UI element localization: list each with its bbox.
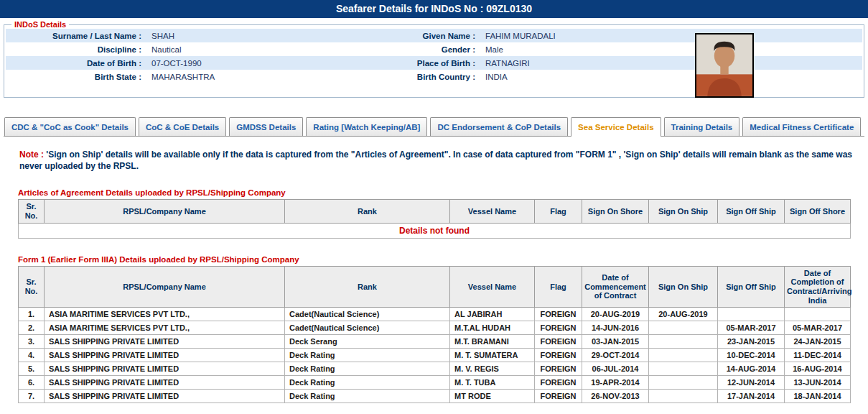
table-cell: 2. <box>19 321 45 335</box>
details-not-found-message: Details not found <box>19 223 851 238</box>
table-cell: M.T. BRAMANI <box>450 335 535 349</box>
table-row: 1.ASIA MARITIME SERVICES PVT LTD.,Cadet(… <box>19 308 851 321</box>
date-of-birth-value: 07-OCT-1990 <box>146 56 314 70</box>
table-cell: 12-JUN-2014 <box>718 376 785 390</box>
table-row: 2.ASIA MARITIME SERVICES PVT LTD.,Cadet(… <box>19 321 851 335</box>
table-cell: 20-AUG-2019 <box>649 308 718 321</box>
tab-rating-watch-keeping[interactable]: Rating [Watch Keeping/AB] <box>306 117 427 136</box>
gender-label: Gender : <box>314 42 480 56</box>
table-cell: 05-MAR-2017 <box>785 321 851 335</box>
column-header: Rank <box>285 266 450 308</box>
table-cell: FOREIGN <box>535 390 582 403</box>
table-cell: M. T. TUBA <box>450 376 535 390</box>
table-cell: 1. <box>19 308 45 321</box>
table-cell <box>649 362 718 376</box>
place-of-birth-label: Place of Birth : <box>314 56 480 70</box>
table-cell: Deck Rating <box>285 349 450 362</box>
table-cell: 6. <box>19 376 45 390</box>
table-cell: Cadet(Nautical Science) <box>285 308 450 321</box>
birth-country-value: INDIA <box>480 70 862 83</box>
articles-header-row: Sr. No.RPSL/Company NameRankVessel NameF… <box>19 200 851 223</box>
indos-details-legend: INDoS Details <box>11 20 69 29</box>
table-cell: 4. <box>19 349 45 362</box>
column-header: Date of Completion of Contract/Arriving … <box>785 266 851 308</box>
tab-coc-coe[interactable]: CoC & CoE Details <box>139 117 226 136</box>
table-cell: SALS SHIPPING PRIVATE LIMITED <box>45 349 285 362</box>
table-cell: SALS SHIPPING PRIVATE LIMITED <box>45 362 285 376</box>
table-cell: ASIA MARITIME SERVICES PVT LTD., <box>45 321 285 335</box>
note-prefix: Note : <box>19 150 44 160</box>
tab-medical-fitness-certificate[interactable]: Medical Fitness Certificate <box>742 117 861 136</box>
column-header: Sign On Shore <box>582 200 649 223</box>
table-cell: 14-JUN-2016 <box>582 321 649 335</box>
table-row: 3.SALS SHIPPING PRIVATE LIMITEDDeck Sera… <box>19 335 851 349</box>
birth-state-value: MAHARASHTRA <box>146 70 314 83</box>
table-cell: ASIA MARITIME SERVICES PVT LTD., <box>45 308 285 321</box>
table-row: 5.SALS SHIPPING PRIVATE LIMITEDDeck Rati… <box>19 362 851 376</box>
seafarer-photo-image <box>696 34 752 96</box>
discipline-value: Nautical <box>146 42 314 56</box>
surname-label: Surname / Last Name : <box>6 29 146 42</box>
table-cell: Deck Serang <box>285 335 450 349</box>
table-cell: 23-JAN-2015 <box>718 335 785 349</box>
table-row: 4.SALS SHIPPING PRIVATE LIMITEDDeck Rati… <box>19 349 851 362</box>
form1-section-title: Form 1 (Earlier Form IIIA) Details uploa… <box>18 255 851 264</box>
table-cell: 24-JAN-2015 <box>785 335 851 349</box>
table-cell <box>649 335 718 349</box>
table-cell <box>649 390 718 403</box>
note-text: Note : 'Sign on Ship' details will be av… <box>19 149 852 172</box>
articles-of-agreement-section: Articles of Agreement Details uploaded b… <box>18 188 851 238</box>
table-cell: 16-AUG-2014 <box>785 362 851 376</box>
tab-gmdss[interactable]: GMDSS Details <box>229 117 303 136</box>
form1-table: Sr. No.RPSL/Company NameRankVessel NameF… <box>18 266 851 404</box>
column-header: RPSL/Company Name <box>45 200 285 223</box>
tab-cdc-coc-as-cook[interactable]: CDC & "CoC as Cook" Details <box>4 117 136 136</box>
column-header: Sign On Ship <box>649 200 718 223</box>
table-cell: 26-NOV-2013 <box>582 390 649 403</box>
table-cell: M.T.AL HUDAH <box>450 321 535 335</box>
table-cell: 17-JAN-2014 <box>718 390 785 403</box>
column-header: RPSL/Company Name <box>45 266 285 308</box>
table-cell: Deck Rating <box>285 362 450 376</box>
tab-dc-endorsement-cop[interactable]: DC Endorsement & CoP Details <box>430 117 568 136</box>
table-row: 7.SALS SHIPPING PRIVATE LIMITEDDeck Rati… <box>19 390 851 403</box>
table-cell: 10-DEC-2014 <box>718 349 785 362</box>
table-cell: 14-AUG-2014 <box>718 362 785 376</box>
table-cell: 3. <box>19 335 45 349</box>
tab-bar: CDC & "CoC as Cook" Details CoC & CoE De… <box>4 117 864 137</box>
table-cell: 13-JUN-2014 <box>785 376 851 390</box>
table-cell: M. V. REGIS <box>450 362 535 376</box>
given-name-label: Given Name : <box>314 29 480 42</box>
table-cell: AL JABIRAH <box>450 308 535 321</box>
gender-value: Male <box>480 42 862 56</box>
table-cell <box>785 308 851 321</box>
birth-state-label: Birth State : <box>6 70 146 83</box>
column-header: Flag <box>535 200 582 223</box>
table-cell: 19-APR-2014 <box>582 376 649 390</box>
column-header: Sr. No. <box>19 200 45 223</box>
form1-header-row: Sr. No.RPSL/Company NameRankVessel NameF… <box>19 266 851 308</box>
table-cell: FOREIGN <box>535 362 582 376</box>
column-header: Date of Commencement of Contract <box>582 266 649 308</box>
table-cell: FOREIGN <box>535 349 582 362</box>
table-cell: Deck Rating <box>285 390 450 403</box>
column-header: Flag <box>535 266 582 308</box>
seafarer-photo <box>695 33 754 98</box>
indos-details-panel: INDoS Details Surname / Last Name : SHAH… <box>4 20 864 98</box>
articles-table: Sr. No.RPSL/Company NameRankVessel NameF… <box>18 199 851 238</box>
table-cell: 5. <box>19 362 45 376</box>
table-cell <box>649 376 718 390</box>
column-header: Rank <box>285 200 450 223</box>
table-cell: 05-MAR-2017 <box>718 321 785 335</box>
column-header: Sign On Ship <box>649 266 718 308</box>
table-cell: 03-JAN-2015 <box>582 335 649 349</box>
table-row: 6.SALS SHIPPING PRIVATE LIMITEDDeck Rati… <box>19 376 851 390</box>
discipline-label: Discipline : <box>6 42 146 56</box>
column-header: Sr. No. <box>19 266 45 308</box>
table-cell: 06-JUL-2014 <box>582 362 649 376</box>
tab-sea-service-details[interactable]: Sea Service Details <box>571 117 661 137</box>
tab-training-details[interactable]: Training Details <box>664 117 740 136</box>
table-cell: 29-OCT-2014 <box>582 349 649 362</box>
table-cell: Cadet(Nautical Science) <box>285 321 450 335</box>
birth-country-label: Birth Country : <box>314 70 480 83</box>
